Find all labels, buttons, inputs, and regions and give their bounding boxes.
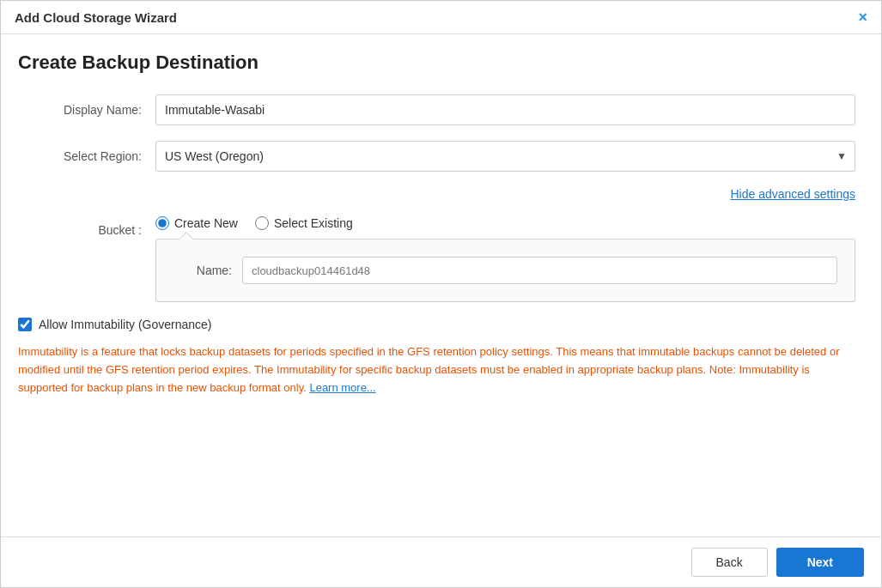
dialog-body: Create Backup Destination Display Name: … xyxy=(1,34,881,536)
bucket-row: Bucket : Create New Select Existing xyxy=(18,216,855,302)
bucket-radio-group: Create New Select Existing xyxy=(155,216,855,230)
immutability-info-text: Immutability is a feature that locks bac… xyxy=(18,343,855,397)
page-title: Create Backup Destination xyxy=(18,52,855,74)
name-row: Name: xyxy=(173,257,837,284)
display-name-input[interactable] xyxy=(155,94,855,125)
back-button[interactable]: Back xyxy=(691,548,768,577)
name-label: Name: xyxy=(173,264,242,277)
bucket-label: Bucket : xyxy=(18,216,155,237)
dialog-titlebar: Add Cloud Storage Wizard × xyxy=(1,1,881,34)
immutability-label: Allow Immutability (Governance) xyxy=(39,318,212,331)
hide-advanced-settings-link[interactable]: Hide advanced settings xyxy=(730,187,855,201)
immutability-checkbox[interactable] xyxy=(18,318,32,331)
advanced-settings-row: Hide advanced settings xyxy=(18,187,855,201)
dialog-footer: Back Next xyxy=(1,536,881,587)
region-select[interactable]: US West (Oregon) US East (N. Virginia) E… xyxy=(155,141,855,172)
close-button[interactable]: × xyxy=(858,9,867,25)
region-select-wrapper: US West (Oregon) US East (N. Virginia) E… xyxy=(155,141,855,172)
content-area: Create Backup Destination Display Name: … xyxy=(1,34,881,414)
select-existing-option[interactable]: Select Existing xyxy=(255,216,353,230)
add-cloud-storage-dialog: Add Cloud Storage Wizard × Create Backup… xyxy=(0,0,882,588)
select-existing-radio[interactable] xyxy=(255,216,269,230)
bucket-panel: Name: xyxy=(155,239,855,302)
select-existing-label: Select Existing xyxy=(274,216,353,230)
create-new-label: Create New xyxy=(174,216,238,230)
select-region-row: Select Region: US West (Oregon) US East … xyxy=(18,141,855,172)
create-new-option[interactable]: Create New xyxy=(155,216,238,230)
bucket-options: Create New Select Existing Name: xyxy=(155,216,855,302)
dialog-title: Add Cloud Storage Wizard xyxy=(15,10,177,25)
learn-more-link[interactable]: Learn more... xyxy=(309,381,375,394)
display-name-label: Display Name: xyxy=(18,103,155,117)
select-region-label: Select Region: xyxy=(18,149,155,163)
bucket-name-input[interactable] xyxy=(242,257,837,284)
next-button[interactable]: Next xyxy=(776,548,864,577)
immutability-row: Allow Immutability (Governance) xyxy=(18,318,855,331)
create-new-radio[interactable] xyxy=(155,216,169,230)
display-name-row: Display Name: xyxy=(18,94,855,125)
